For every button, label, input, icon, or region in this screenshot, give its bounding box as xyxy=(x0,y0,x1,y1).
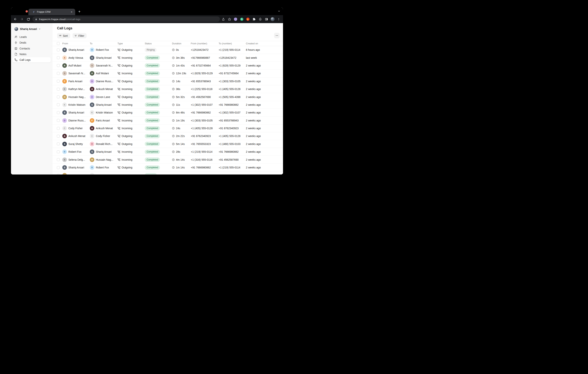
row-checkbox[interactable] xyxy=(57,127,60,130)
share-icon[interactable] xyxy=(221,17,226,21)
contacts-person-icon xyxy=(14,47,17,50)
table-row[interactable]: SSelena Delg...HHussain Nag...IncomingCo… xyxy=(52,156,283,163)
row-checkbox[interactable] xyxy=(57,88,60,91)
bookmark-star-icon[interactable] xyxy=(227,17,232,21)
status-cell: Completed xyxy=(145,87,172,91)
tab-close-icon[interactable]: × xyxy=(70,10,74,14)
duration-cell: 2m 22s xyxy=(172,135,191,138)
to-number: +91 6553788943 xyxy=(219,119,246,122)
from-cell: RRobert Fox xyxy=(62,150,90,154)
row-checkbox[interactable] xyxy=(57,166,60,169)
from-number: +917666980887 xyxy=(191,56,219,59)
row-checkbox[interactable] xyxy=(57,96,60,98)
grammarly-extension-icon[interactable]: G xyxy=(239,17,244,21)
row-checkbox[interactable] xyxy=(57,72,60,75)
row-checkbox[interactable] xyxy=(57,142,60,145)
table-row[interactable]: SSuraj ShettyRRonald Rich...OutgoingComp… xyxy=(52,140,283,148)
row-checkbox[interactable] xyxy=(57,80,60,83)
sidebar-toggle-icon[interactable] xyxy=(264,17,269,21)
row-checkbox[interactable] xyxy=(57,111,60,114)
table-row[interactable]: SSavannah N...AAsif MulaniIncomingComple… xyxy=(52,70,283,77)
to-avatar: D xyxy=(90,79,94,84)
lock-icon[interactable] xyxy=(35,18,37,21)
table-row[interactable]: SShariq AnsariKKristin WatsonOutgoingCom… xyxy=(52,109,283,117)
from-avatar: A xyxy=(62,134,67,138)
row-checkbox[interactable] xyxy=(57,135,60,138)
table-row[interactable]: SShariq AnsariRRobert FoxOutgoingComplet… xyxy=(52,164,283,171)
table-row[interactable]: SShariq AnsariRRobert FoxOutgoingRinging… xyxy=(52,46,283,54)
user-dropdown[interactable]: Shariq Ansari xyxy=(12,27,51,32)
status-badge xyxy=(145,173,157,174)
row-checkbox[interactable] xyxy=(57,158,60,161)
table-row[interactable]: DDianne Russ...FFaris AnsariIncomingComp… xyxy=(52,117,283,125)
row-checkbox[interactable] xyxy=(57,64,60,67)
call-type-label: Outgoing xyxy=(122,64,132,67)
from-number: +1 (629) 555-0129 xyxy=(191,72,219,75)
created-on: 2 weeks ago xyxy=(246,64,283,67)
from-name: Robert Fox xyxy=(68,150,82,153)
outgoing-call-icon xyxy=(117,49,120,51)
browser-menu-icon[interactable] xyxy=(276,17,281,21)
filter-button[interactable]: Filter xyxy=(73,33,87,38)
back-button[interactable] xyxy=(13,17,18,21)
row-checkbox[interactable] xyxy=(57,103,60,106)
extensions-puzzle-icon[interactable] xyxy=(252,17,256,21)
new-tab-button[interactable]: + xyxy=(77,9,82,14)
from-avatar: S xyxy=(62,142,67,146)
from-number: +91 4562587690 xyxy=(191,96,219,98)
chevron-down-icon xyxy=(38,28,41,30)
sidebar-nav: Leads Deals Contacts xyxy=(12,34,51,63)
created-on: 8 hours ago xyxy=(246,48,283,51)
sidebar-item-call-logs[interactable]: Call Logs xyxy=(12,57,51,63)
adblock-extension-icon[interactable]: ✋ xyxy=(245,17,251,21)
table-row[interactable]: AAnkush MenatCCody FisherOutgoingComplet… xyxy=(52,132,283,140)
profile-avatar[interactable] xyxy=(270,17,275,21)
from-name: Cody Fisher xyxy=(68,127,83,130)
table-row[interactable]: AAndy ViessaSShariq AnsariIncomingComple… xyxy=(52,54,283,62)
table-row[interactable]: RRobert FoxSShariq AnsariIncomingComplet… xyxy=(52,148,283,156)
from-cell: SSelena Delg... xyxy=(62,158,90,162)
call-type-cell: Outgoing xyxy=(117,48,145,51)
address-bar[interactable]: frappecrm.frappe.cloud/crm/call-logs xyxy=(32,16,220,22)
sidebar-item-leads[interactable]: Leads xyxy=(12,34,51,40)
sidebar-item-notes[interactable]: Notes xyxy=(12,52,51,57)
column-header-created-on: Created on xyxy=(246,42,283,45)
call-type-cell: Incoming xyxy=(117,119,145,122)
tab-search-chevron-icon[interactable] xyxy=(278,10,280,12)
created-on: 2 weeks ago xyxy=(246,87,283,91)
duration-cell: 8m 48s xyxy=(172,111,191,114)
outgoing-call-icon xyxy=(117,142,120,145)
table-row[interactable]: HHussain Nag...DDevon LaneOutgoingComple… xyxy=(52,93,283,101)
select-all-checkbox[interactable] xyxy=(57,42,60,45)
row-checkbox[interactable] xyxy=(57,56,60,59)
from-cell: AAsif Mulani xyxy=(62,63,90,68)
list-options-button[interactable] xyxy=(274,33,280,38)
table-row[interactable]: AAsif MulaniSSavannah N...OutgoingComple… xyxy=(52,62,283,70)
table-row[interactable]: KKathryn Mur...AAnkush MenatIncomingComp… xyxy=(52,85,283,93)
row-checkbox[interactable] xyxy=(57,150,60,153)
clock-icon xyxy=(172,119,175,122)
to-avatar: R xyxy=(90,48,94,52)
table-row[interactable]: CCody FisherAAnkush MenatIncomingComplet… xyxy=(52,125,283,132)
sidebar-item-deals[interactable]: Deals xyxy=(12,40,51,45)
to-name: Ankush Menat xyxy=(96,127,113,130)
browser-window: F Frappe CRM × + frappecrm.frappe.cloud/… xyxy=(11,7,283,174)
row-checkbox[interactable] xyxy=(57,119,60,122)
table-row[interactable] xyxy=(52,171,283,174)
user-name: Shariq Ansari xyxy=(20,27,37,31)
sort-button[interactable]: Sort xyxy=(57,33,70,38)
to-cell: SShariq Ansari xyxy=(90,150,117,154)
table-row[interactable]: KKristin WatsonSShariq AnsariIncomingCom… xyxy=(52,101,283,109)
row-checkbox[interactable] xyxy=(57,49,60,51)
tab-frappe-crm[interactable]: F Frappe CRM × xyxy=(28,9,75,15)
github-extension-icon[interactable] xyxy=(233,17,238,21)
row-checkbox[interactable] xyxy=(57,174,60,174)
close-window-button[interactable] xyxy=(26,10,28,12)
leaf-extension-icon[interactable] xyxy=(258,17,263,21)
table-row[interactable]: FFaris AnsariDDianne Russ...OutgoingComp… xyxy=(52,77,283,85)
status-cell: Completed xyxy=(145,71,172,75)
column-header-to: To xyxy=(90,42,117,45)
forward-button[interactable] xyxy=(19,17,24,21)
reload-button[interactable] xyxy=(26,17,31,21)
sidebar-item-contacts[interactable]: Contacts xyxy=(12,46,51,51)
